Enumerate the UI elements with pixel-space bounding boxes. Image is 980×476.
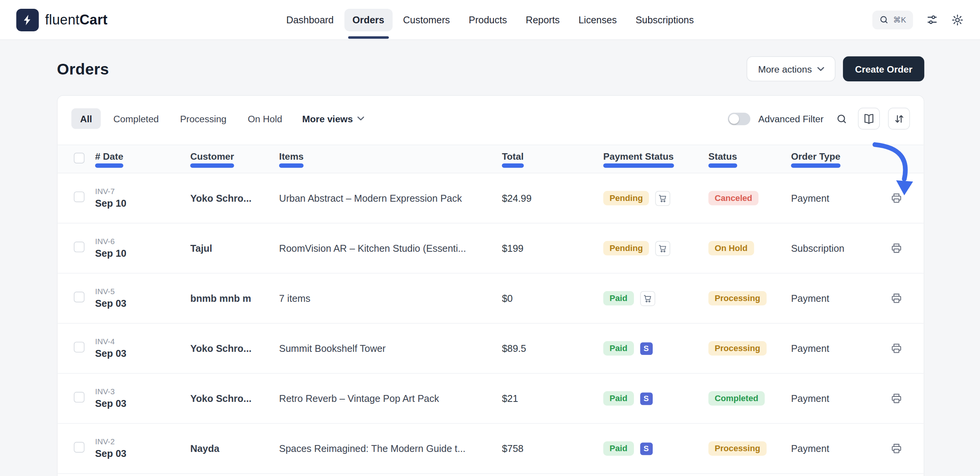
table-header-row: # Date Customer Items Total Payment Stat… [58, 145, 924, 173]
order-type: Subscription [791, 243, 885, 254]
column-header-status[interactable]: Status [708, 151, 737, 161]
column-header-items[interactable]: Items [279, 151, 304, 161]
nav-item-dashboard[interactable]: Dashboard [278, 8, 342, 31]
printer-icon[interactable] [890, 342, 902, 354]
nav-item-products[interactable]: Products [461, 8, 515, 31]
table-row[interactable]: INV-7 Sep 10 Yoko Schro... Urban Abstrac… [58, 173, 924, 223]
order-type: Payment [791, 393, 885, 404]
stripe-icon: S [640, 342, 652, 355]
row-checkbox[interactable] [74, 442, 84, 453]
order-items: Summit Bookshelf Tower [279, 343, 502, 354]
sort-icon[interactable] [888, 108, 910, 130]
filter-tab-on-hold[interactable]: On Hold [239, 108, 291, 129]
orders-table-body: INV-7 Sep 10 Yoko Schro... Urban Abstrac… [58, 173, 924, 474]
payment-status-badge: Pending [603, 191, 649, 206]
stripe-icon: S [640, 442, 652, 455]
column-header-customer[interactable]: Customer [190, 151, 234, 161]
column-header-date[interactable]: # Date [95, 151, 123, 161]
create-order-button[interactable]: Create Order [843, 56, 925, 81]
filter-tab-completed[interactable]: Completed [105, 108, 168, 129]
order-items: Spaces Reimagined: The Modern Guide t... [279, 443, 502, 454]
order-date: Sep 03 [95, 298, 184, 309]
annotation-underline [791, 163, 840, 167]
printer-icon[interactable] [890, 192, 902, 204]
select-all-checkbox[interactable] [74, 152, 84, 163]
invoice-number: INV-5 [95, 287, 184, 296]
invoice-number: INV-2 [95, 437, 184, 446]
nav-item-customers[interactable]: Customers [395, 8, 458, 31]
filter-tab-processing[interactable]: Processing [171, 108, 235, 129]
order-items: Retro Reverb – Vintage Pop Art Pack [279, 393, 502, 404]
table-row[interactable]: INV-4 Sep 03 Yoko Schro... Summit Booksh… [58, 324, 924, 374]
order-date: Sep 10 [95, 248, 184, 259]
annotation-underline [279, 163, 304, 167]
customer-name: Yoko Schro... [190, 343, 279, 354]
column-header-order-type[interactable]: Order Type [791, 151, 840, 161]
payment-status-badge: Paid [603, 441, 634, 456]
brand-logo[interactable]: fluentCart [16, 8, 108, 31]
cart-icon [640, 291, 655, 306]
payment-status-badge: Paid [603, 341, 634, 356]
printer-icon[interactable] [890, 292, 902, 304]
invoice-number: INV-3 [95, 387, 184, 396]
row-checkbox[interactable] [74, 392, 84, 403]
settings-gear-icon[interactable] [951, 13, 964, 26]
stripe-icon: S [640, 392, 652, 405]
order-date: Sep 03 [95, 398, 184, 409]
order-date: Sep 10 [95, 198, 184, 209]
order-type: Payment [791, 443, 885, 454]
filter-tab-all[interactable]: All [71, 108, 101, 129]
brand-name: fluentCart [45, 11, 108, 28]
order-total: $21 [502, 393, 603, 404]
order-items: RoomVision AR – Kitchen Studio (Essenti.… [279, 243, 502, 254]
row-checkbox[interactable] [74, 191, 84, 202]
order-total: $758 [502, 443, 603, 454]
annotation-underline [190, 163, 234, 167]
filter-tabs: All Completed Processing On Hold [71, 108, 291, 129]
order-date: Sep 03 [95, 348, 184, 359]
printer-icon[interactable] [890, 242, 902, 254]
status-badge: Processing [708, 291, 767, 306]
printer-icon[interactable] [890, 442, 902, 454]
advanced-filter-toggle[interactable] [728, 112, 750, 125]
column-header-total[interactable]: Total [502, 151, 524, 161]
cart-icon [655, 191, 670, 206]
nav-item-licenses[interactable]: Licenses [570, 8, 625, 31]
search-shortcut: ⌘K [893, 15, 906, 24]
table-row[interactable]: INV-2 Sep 03 Nayda Spaces Reimagined: Th… [58, 424, 924, 474]
printer-icon[interactable] [890, 392, 902, 404]
table-row[interactable]: INV-3 Sep 03 Yoko Schro... Retro Reverb … [58, 374, 924, 424]
payment-status-badge: Pending [603, 241, 649, 256]
orders-table: # Date Customer Items Total Payment Stat… [58, 145, 924, 474]
more-views-dropdown[interactable]: More views [302, 113, 364, 124]
payment-status-badge: Paid [603, 391, 634, 406]
page-actions: More actions Create Order [747, 56, 924, 81]
nav-item-orders[interactable]: Orders [344, 8, 393, 31]
annotation-underline [95, 163, 123, 167]
table-search-icon[interactable] [834, 110, 850, 127]
row-checkbox[interactable] [74, 342, 84, 353]
nav-item-reports[interactable]: Reports [517, 8, 568, 31]
table-row[interactable]: INV-5 Sep 03 bnmb mnb m 7 items $0 Paid … [58, 274, 924, 324]
orders-card: All Completed Processing On Hold More vi… [57, 95, 924, 476]
annotation-underline [603, 163, 674, 167]
column-header-payment-status[interactable]: Payment Status [603, 151, 674, 161]
status-badge: Completed [708, 391, 765, 406]
table-row[interactable]: INV-6 Sep 10 Tajul RoomVision AR – Kitch… [58, 223, 924, 274]
row-checkbox[interactable] [74, 241, 84, 252]
payment-status-badge: Paid [603, 291, 634, 306]
row-checkbox[interactable] [74, 292, 84, 303]
sliders-icon[interactable] [926, 14, 938, 26]
order-total: $0 [502, 293, 603, 304]
book-icon[interactable] [858, 108, 880, 130]
global-search[interactable]: ⌘K [872, 10, 913, 29]
status-badge: Processing [708, 341, 767, 356]
nav-item-subscriptions[interactable]: Subscriptions [627, 8, 702, 31]
invoice-number: INV-7 [95, 187, 184, 196]
status-badge: On Hold [708, 241, 754, 256]
advanced-filter-label: Advanced Filter [758, 113, 824, 124]
search-icon [879, 15, 889, 24]
order-type: Payment [791, 343, 885, 354]
toggle-knob [729, 113, 739, 123]
more-actions-button[interactable]: More actions [747, 56, 835, 81]
